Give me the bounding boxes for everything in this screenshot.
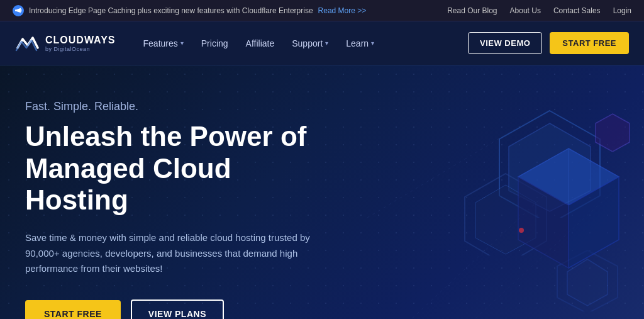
hero-title: Unleash the Power ofManaged Cloud Hostin…: [25, 121, 340, 216]
announcement-nav: Read Our Blog About Us Contact Sales Log…: [447, 6, 631, 15]
svg-point-14: [519, 228, 524, 233]
hero-description: Save time & money with simple and reliab…: [25, 230, 340, 277]
start-free-hero-button[interactable]: START FREE: [25, 300, 121, 319]
read-more-link[interactable]: Read More >>: [318, 6, 367, 15]
nav-affiliate[interactable]: Affiliate: [238, 33, 282, 53]
nav-learn[interactable]: Learn ▾: [338, 33, 382, 53]
contact-sales-link[interactable]: Contact Sales: [553, 6, 601, 15]
start-free-nav-button[interactable]: START FREE: [550, 32, 629, 54]
announcement-text: Introducing Edge Page Caching plus excit…: [29, 6, 313, 15]
login-link[interactable]: Login: [613, 6, 631, 15]
hero-visual: [330, 65, 644, 319]
svg-line-12: [399, 155, 587, 319]
nav-links: Features ▾ Pricing Affiliate Support ▾ L…: [136, 33, 382, 53]
logo-main-text: CLOUDWAYS: [45, 35, 116, 46]
logo-sub-text: by DigitalOcean: [45, 46, 116, 52]
view-demo-button[interactable]: VIEW DEMO: [468, 32, 542, 54]
announcement-bar: Introducing Edge Page Caching plus excit…: [0, 0, 644, 21]
logo-icon: [15, 34, 40, 53]
logo-text: CLOUDWAYS by DigitalOcean: [45, 35, 116, 52]
announcement-left: Introducing Edge Page Caching plus excit…: [13, 5, 366, 16]
hero-buttons: START FREE VIEW PLANS: [25, 299, 340, 319]
svg-line-13: [462, 186, 619, 319]
about-us-link[interactable]: About Us: [510, 6, 541, 15]
chevron-down-icon: ▾: [180, 40, 184, 47]
nav-support[interactable]: Support ▾: [284, 33, 336, 53]
hero-section: Fast. Simple. Reliable. Unleash the Powe…: [0, 65, 644, 319]
hero-tagline: Fast. Simple. Reliable.: [25, 100, 340, 113]
decorative-lines: [336, 92, 638, 319]
main-nav: CLOUDWAYS by DigitalOcean Features ▾ Pri…: [0, 21, 644, 65]
nav-features[interactable]: Features ▾: [136, 33, 191, 53]
megaphone-icon: [13, 5, 24, 16]
nav-pricing[interactable]: Pricing: [194, 33, 236, 53]
hero-content: Fast. Simple. Reliable. Unleash the Powe…: [0, 65, 365, 319]
view-plans-hero-button[interactable]: VIEW PLANS: [131, 299, 224, 319]
chevron-down-icon: ▾: [371, 40, 374, 47]
nav-right: VIEW DEMO START FREE: [468, 32, 629, 54]
svg-line-11: [367, 123, 525, 218]
nav-left: CLOUDWAYS by DigitalOcean Features ▾ Pri…: [15, 33, 382, 53]
logo[interactable]: CLOUDWAYS by DigitalOcean: [15, 34, 116, 53]
hex-container: [336, 92, 638, 319]
read-blog-link[interactable]: Read Our Blog: [447, 6, 497, 15]
chevron-down-icon: ▾: [325, 40, 328, 47]
